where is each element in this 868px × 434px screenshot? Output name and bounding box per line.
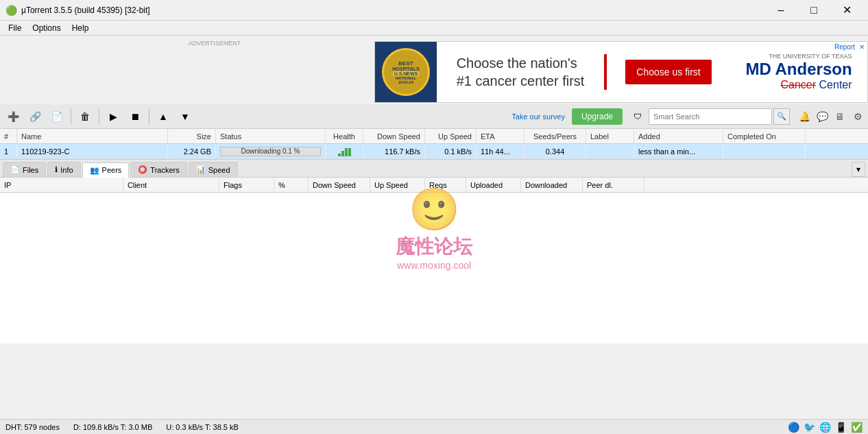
web-icon[interactable]: 🌐 xyxy=(819,422,831,433)
remove-button[interactable]: 🗑 xyxy=(75,107,95,126)
smart-search-input[interactable] xyxy=(649,108,772,125)
menu-bar: File Options Help xyxy=(0,21,868,36)
move-down-button[interactable]: ▼ xyxy=(175,107,195,126)
upgrade-button[interactable]: Upgrade xyxy=(572,108,623,125)
tab-files[interactable]: 📄 Files xyxy=(3,162,46,177)
tab-files-label: Files xyxy=(23,166,38,174)
settings-icon[interactable]: ⚙ xyxy=(850,109,865,124)
tab-bar: 📄 Files ℹ Info 👥 Peers ⭕ Trackers 📊 Spee… xyxy=(0,160,868,178)
close-button[interactable]: ✕ xyxy=(831,0,863,21)
check-icon[interactable]: ✅ xyxy=(851,422,863,433)
notifications-icon[interactable]: 🔔 xyxy=(797,109,812,124)
peers-col-flags[interactable]: Flags xyxy=(219,178,274,192)
remote-icon[interactable]: 🖥 xyxy=(832,109,847,124)
stop-button[interactable]: ⏹ xyxy=(125,107,145,126)
ad-label: ADVERTISEMENT xyxy=(189,40,241,47)
shield-icon[interactable]: 🛡 xyxy=(628,107,647,126)
toolbar: ➕ 🔗 📄 🗑 ▶ ⏹ ▲ ▼ Take our survey Upgrade … xyxy=(0,104,868,129)
facebook-icon[interactable]: 🔵 xyxy=(788,422,799,433)
maximize-button[interactable]: □ xyxy=(798,0,830,21)
peers-col-upspeed[interactable]: Up Speed xyxy=(370,178,425,192)
ad-cta: Choose us first xyxy=(607,60,730,84)
add-link-button[interactable]: 🔗 xyxy=(25,107,45,126)
tab-peers[interactable]: 👥 Peers xyxy=(82,162,130,178)
peers-col-downloaded[interactable]: Downloaded xyxy=(521,178,583,192)
peers-table-header: IP Client Flags % Down Speed Up Speed Re… xyxy=(0,178,868,193)
tab-trackers-label: Trackers xyxy=(150,166,179,174)
col-header-added[interactable]: Added xyxy=(634,129,723,143)
ad-banner: Report ✕ BEST HOSPITALS U.S.NEWS NATIONA… xyxy=(374,41,868,103)
torrent-row[interactable]: 1 110219-923-C 2.24 GB Downloading 0.1 %… xyxy=(0,144,868,159)
app-title: µTorrent 3.5.5 (build 45395) [32-bit] xyxy=(21,5,765,15)
col-header-status[interactable]: Status xyxy=(216,129,326,143)
peers-col-ip[interactable]: IP xyxy=(0,178,123,192)
status-social-icons: 🔵 🐦 🌐 📱 ✅ xyxy=(788,422,863,433)
row-num: 1 xyxy=(0,144,17,158)
row-seeds: 0.344 xyxy=(525,144,586,158)
col-header-eta[interactable]: ETA xyxy=(477,129,525,143)
dht-status: DHT: 579 nodes xyxy=(5,423,60,431)
progress-text: Downloading 0.1 % xyxy=(221,147,320,156)
add-torrent-button[interactable]: ➕ xyxy=(3,107,23,126)
peers-col-uploaded[interactable]: Uploaded xyxy=(466,178,521,192)
peers-col-peerdl[interactable]: Peer dl. xyxy=(583,178,644,192)
peers-col-pct[interactable]: % xyxy=(274,178,309,192)
add-rss-button[interactable]: 📄 xyxy=(47,107,67,126)
ad-badge: BEST HOSPITALS U.S.NEWS NATIONAL 2019-20 xyxy=(382,48,430,96)
start-button[interactable]: ▶ xyxy=(103,107,123,126)
health-bar-4 xyxy=(348,148,351,156)
window-controls: – □ ✕ xyxy=(765,0,863,21)
tab-info-label: Info xyxy=(60,166,73,174)
progress-bar-container: Downloading 0.1 % xyxy=(220,147,321,156)
tab-dropdown-button[interactable]: ▾ xyxy=(852,162,865,177)
tab-speed[interactable]: 📊 Speed xyxy=(189,162,238,177)
health-bars xyxy=(338,147,351,156)
row-name: 110219-923-C xyxy=(17,144,168,158)
col-header-health[interactable]: Health xyxy=(326,129,363,143)
search-button[interactable]: 🔍 xyxy=(773,108,790,125)
bottom-panel: 📄 Files ℹ Info 👥 Peers ⭕ Trackers 📊 Spee… xyxy=(0,160,868,343)
tab-info[interactable]: ℹ Info xyxy=(47,162,80,177)
toolbar-right-icons: 🔔 💬 🖥 ⚙ xyxy=(797,109,865,124)
col-header-upspeed[interactable]: Up Speed xyxy=(425,129,477,143)
row-health xyxy=(326,144,363,158)
row-downspeed: 116.7 kB/s xyxy=(363,144,425,158)
ad-logo: THE UNIVERSITY OF TEXAS MD Anderson Canc… xyxy=(745,53,852,91)
peers-col-downspeed[interactable]: Down Speed xyxy=(309,178,370,192)
peers-col-client[interactable]: Client xyxy=(123,178,219,192)
col-header-size[interactable]: Size xyxy=(168,129,216,143)
menu-file[interactable]: File xyxy=(3,22,27,34)
chat-icon[interactable]: 💬 xyxy=(815,109,830,124)
table-header: # Name Size Status Health Down Speed Up … xyxy=(0,129,868,144)
move-up-button[interactable]: ▲ xyxy=(153,107,173,126)
ad-wrapper: ADVERTISEMENT Report ✕ BEST HOSPITALS U.… xyxy=(0,36,868,104)
ad-right: THE UNIVERSITY OF TEXAS MD Anderson Canc… xyxy=(730,47,867,97)
survey-link[interactable]: Take our survey xyxy=(511,112,565,121)
speed-icon: 📊 xyxy=(196,165,206,174)
tab-trackers[interactable]: ⭕ Trackers xyxy=(130,162,186,177)
close-ad-button[interactable]: ✕ xyxy=(859,43,865,51)
col-header-label[interactable]: Label xyxy=(586,129,634,143)
toolbar-separator-1 xyxy=(71,108,71,125)
row-label xyxy=(586,144,634,158)
minimize-button[interactable]: – xyxy=(765,0,797,21)
health-bar-3 xyxy=(345,148,348,156)
peers-col-reqs[interactable]: Reqs xyxy=(425,178,466,192)
col-header-completedon[interactable]: Completed On xyxy=(723,129,806,143)
ad-middle: Choose the nation's#1 cancer center firs… xyxy=(437,54,607,90)
menu-options[interactable]: Options xyxy=(27,22,66,34)
trackers-icon: ⭕ xyxy=(138,165,147,174)
col-header-name[interactable]: Name xyxy=(17,129,168,143)
peers-body xyxy=(0,193,868,343)
report-link[interactable]: Report xyxy=(834,43,855,51)
col-header-num[interactable]: # xyxy=(0,129,17,143)
col-header-downspeed[interactable]: Down Speed xyxy=(363,129,425,143)
mobile-icon[interactable]: 📱 xyxy=(835,422,847,433)
ad-cta-button[interactable]: Choose us first xyxy=(625,60,711,84)
row-added: less than a min... xyxy=(634,144,723,158)
health-bar-2 xyxy=(341,151,344,156)
menu-help[interactable]: Help xyxy=(67,22,95,34)
col-header-seeds[interactable]: Seeds/Peers xyxy=(525,129,586,143)
twitter-icon[interactable]: 🐦 xyxy=(804,422,815,433)
row-eta: 11h 44... xyxy=(477,144,525,158)
